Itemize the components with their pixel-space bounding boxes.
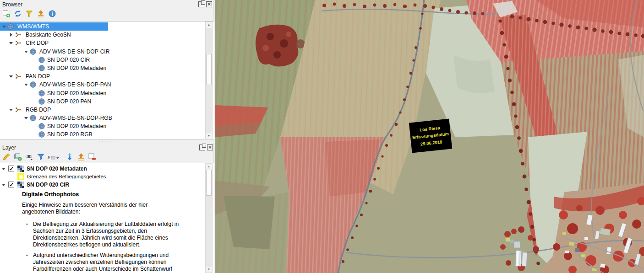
tree-item-label: SN DOP 020 Metadaten [47,65,106,71]
close-icon[interactable]: × [207,145,213,150]
panel-splitter[interactable]: ······ [0,139,214,143]
browser-panel-title: Browser [2,1,22,8]
browser-tree-item[interactable]: ADV-WMS-DE-SN-DOP-RGB [0,114,214,122]
globe-icon [30,48,36,55]
qgis-window: Browser × WMS/WMTSBasiskarte GeoSNCIR DO… [0,0,644,273]
chevron-down-icon[interactable] [9,107,14,112]
globe-icon [38,90,45,96]
globe-icon [30,115,36,121]
styling-icon[interactable] [2,153,11,162]
browser-tree-item[interactable]: WMS/WMTS [0,22,108,31]
browser-tree-item[interactable]: CIR DOP [0,39,214,47]
float-panel-icon[interactable] [198,1,204,7]
tree-item-label: ADV-WMS-DE-SN-DOP-PAN [39,81,111,88]
browser-tree-item[interactable]: RGB DOP [0,106,214,114]
collapse-all-icon[interactable] [37,10,46,19]
browser-tree-item[interactable]: SN DOP 020 PAN [0,97,214,106]
layer-toolbar: ε [0,152,214,164]
left-dock: Browser × WMS/WMTSBasiskarte GeoSNCIR DO… [0,0,214,273]
layer-scrollbar[interactable]: ▲ ▼ [205,163,213,273]
layer-panel-title: Layer [2,145,16,151]
tree-item-label: SN DOP 020 Metadaten [47,123,106,129]
add-group-icon[interactable] [14,153,23,162]
chevron-down-icon[interactable] [24,49,29,54]
map-annotation-label: Los RiesaErfassungsdatum29.06.2018 [409,119,452,153]
chevron-down-icon[interactable] [2,182,6,187]
globe-icon [30,81,36,88]
refresh-icon[interactable] [14,10,23,19]
metadata-bullet: Aufgrund unterschiedlicher Witterungsbed… [22,252,192,273]
svg-text:ε: ε [48,154,50,161]
globe-icon [38,57,45,63]
collapse-all-icon[interactable] [77,153,86,162]
scroll-down-icon[interactable]: ▼ [206,133,212,139]
add-layer-icon[interactable] [2,10,11,19]
browser-tree-item[interactable]: SN DOP 020 Metadaten [0,64,214,72]
tree-item-label: ADV-WMS-DE-SN-DOP-CIR [39,48,109,55]
metadata-intro: Einige Hinweise zum besseren Verständnis… [22,202,165,215]
legend-item: Grenzen des Befliegungsgebietes [0,173,214,181]
tree-item-label: Basiskarte GeoSN [26,32,71,38]
tree-item-label: SN DOP 020 RGB [47,131,92,138]
chevron-down-icon[interactable] [9,74,14,79]
visibility-icon[interactable] [25,153,34,162]
metadata-bullet: Die Befliegung zur Aktualisierung der Lu… [22,221,192,248]
scroll-down-icon[interactable]: ▼ [206,267,212,273]
scroll-up-icon[interactable]: ▲ [206,22,212,28]
chevron-down-icon[interactable] [2,24,7,29]
float-panel-icon[interactable] [199,145,205,150]
scroll-up-icon[interactable]: ▲ [206,164,212,170]
tree-item-label: PAN DOP [26,73,50,80]
raster-icon [17,166,24,172]
raster-icon [17,182,24,188]
chevron-down-icon[interactable] [9,41,14,45]
browser-tree: WMS/WMTSBasiskarte GeoSNCIR DOPADV-WMS-D… [0,21,214,139]
browser-toolbar [0,9,213,21]
wms-connection-icon [15,32,21,38]
tree-item-label: CIR DOP [26,40,49,46]
tree-item-label: WMS/WMTS [17,23,49,30]
browser-tree-item[interactable]: SN DOP 020 CIR [0,56,214,64]
chevron-right-icon[interactable] [9,32,14,37]
layer-name: SN DOP 020 Metadaten [27,166,87,172]
browser-tree-item[interactable]: PAN DOP [0,72,214,80]
browser-tree-item[interactable]: ADV-WMS-DE-SN-DOP-PAN [0,80,214,89]
remove-layer-icon[interactable] [88,153,97,162]
layer-visibility-checkbox[interactable] [8,166,14,171]
close-icon[interactable]: × [206,1,212,7]
legend-label: Grenzen des Befliegungsgebietes [27,174,106,179]
properties-icon[interactable] [48,10,57,19]
chevron-down-icon[interactable] [2,166,6,171]
expand-all-icon[interactable] [65,153,75,162]
tree-item-label: SN DOP 020 Metadaten [47,90,106,96]
metadata-heading: Digitale Orthophotos [22,191,214,198]
tree-item-label: SN DOP 020 PAN [47,98,91,105]
browser-tree-item[interactable]: SN DOP 020 Metadaten [0,89,214,97]
browser-panel-header: Browser × [0,0,213,9]
layer-name: SN DOP 020 CIR [27,182,69,188]
tree-item-label: RGB DOP [26,107,51,113]
filter-yellow-icon[interactable] [25,10,34,19]
browser-tree-item[interactable]: Basiskarte GeoSN [0,31,214,39]
browser-scrollbar[interactable]: ▲ ▼ [205,21,213,139]
layer-list: SN DOP 020 MetadatenGrenzen des Befliegu… [0,163,214,273]
layer-metadata-text: Digitale OrthophotosEinige Hinweise zum … [22,191,214,273]
chevron-down-icon[interactable] [24,116,29,120]
globe-icon [7,23,14,30]
tree-item-label: ADV-WMS-DE-SN-DOP-RGB [39,115,112,121]
map-canvas[interactable]: Los RiesaErfassungsdatum29.06.2018 [215,0,644,273]
layer-item[interactable]: SN DOP 020 CIR [0,181,214,189]
browser-tree-item[interactable]: ADV-WMS-DE-SN-DOP-CIR [0,48,214,56]
globe-icon [38,65,45,71]
browser-tree-item[interactable]: SN DOP 020 Metadaten [0,122,214,130]
expression-filter-icon[interactable]: ε [47,153,56,162]
layer-item[interactable]: SN DOP 020 Metadaten [0,165,214,173]
globe-icon [38,131,45,138]
filter-blue-icon[interactable] [37,153,46,162]
chevron-down-icon[interactable] [24,82,29,87]
scrollbar-thumb[interactable] [206,170,212,196]
globe-icon [38,98,45,105]
layer-visibility-checkbox[interactable] [8,182,14,187]
scrollbar-thumb[interactable] [206,54,212,85]
legend-symbol [17,173,24,180]
